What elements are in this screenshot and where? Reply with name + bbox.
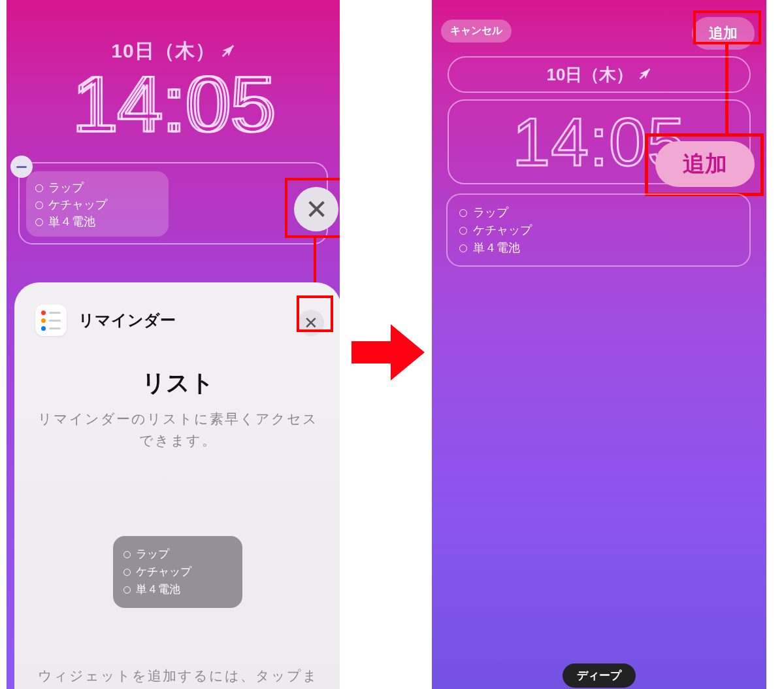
reminders-widget[interactable]: ラップ ケチャップ 単４電池: [26, 171, 169, 237]
remove-widget-button[interactable]: [10, 156, 33, 178]
add-button-large-annotation: 追加: [655, 141, 755, 187]
widget-slot-frame[interactable]: ラップ ケチャップ 単４電池: [18, 162, 328, 244]
annotation-highlight: ✕: [285, 178, 340, 238]
widget-instruction: ウィジェットを追加するには、タップまたはドラッグします。: [35, 665, 320, 689]
svg-line-1: [640, 69, 650, 78]
date-widget-slot[interactable]: 10日（木）: [448, 56, 751, 93]
lock-time: 14:05: [7, 59, 340, 149]
list-item: 単４電池: [35, 213, 159, 230]
reminders-app-icon: [35, 305, 67, 336]
list-item: 単４電池: [123, 580, 232, 598]
list-item: ケチャップ: [35, 196, 159, 213]
reminders-widget[interactable]: ラップ ケチャップ 単４電池: [446, 193, 751, 267]
list-item: ケチャップ: [459, 222, 738, 239]
widget-gallery-sheet[interactable]: リマインダー ✕ リスト リマインダーのリストに素早くアクセスできます。 ラップ…: [14, 282, 340, 689]
list-item: ラップ: [35, 179, 159, 196]
annotation-highlight: [693, 10, 761, 44]
widget-subtitle: リマインダーのリストに素早くアクセスできます。: [35, 409, 320, 451]
cancel-button[interactable]: キャンセル: [441, 20, 512, 42]
sheet-app-name: リマインダー: [78, 310, 176, 331]
annotation-highlight: [297, 295, 333, 332]
list-item: ラップ: [459, 204, 738, 222]
svg-line-0: [222, 45, 233, 56]
widget-preview[interactable]: ラップ ケチャップ 単４電池: [113, 536, 242, 608]
arrow-right-icon: [349, 316, 427, 391]
date-text: 10日（木）: [547, 63, 634, 86]
close-icon: ✕: [305, 193, 328, 226]
list-item: ラップ: [123, 545, 232, 563]
widget-title: リスト: [35, 367, 320, 399]
phone-right: キャンセル 追加 10日（木） 14:05 追加 ラップ ケチャップ 単４電池 …: [432, 0, 766, 689]
color-filter-deep[interactable]: ディープ: [563, 664, 636, 688]
phone-left: 10日（木） 14:05 ラップ ケチャップ 単４電池 ✕: [7, 0, 340, 689]
list-item: ケチャップ: [123, 563, 232, 580]
list-item: 単４電池: [459, 239, 738, 257]
close-button-large[interactable]: ✕: [294, 187, 338, 231]
location-off-icon: [638, 65, 651, 85]
